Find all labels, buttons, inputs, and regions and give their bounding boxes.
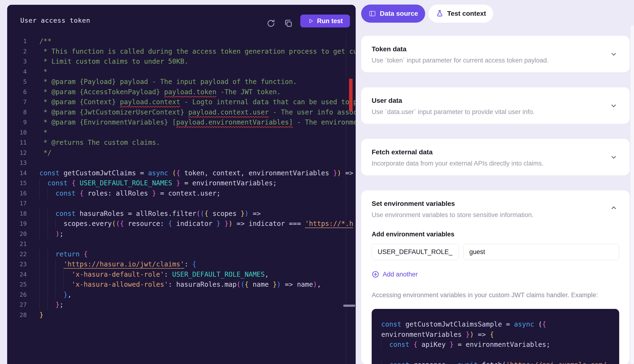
tab-label: Data source	[380, 10, 418, 18]
card-token-data[interactable]: Token data Use `token` input parameter f…	[361, 36, 630, 72]
indent-guide	[48, 188, 48, 199]
refresh-icon[interactable]	[266, 18, 276, 28]
copy-icon[interactable]	[284, 18, 293, 28]
indent-guide	[39, 188, 40, 199]
indent-guide	[48, 290, 48, 300]
editor-header: User access token Run test	[7, 5, 356, 36]
line-number: 10	[12, 128, 27, 138]
code-line: 9 * @param {EnvironmentVariables} [paylo…	[7, 117, 356, 128]
chevron-up-icon[interactable]	[610, 204, 617, 211]
plus-circle-icon	[372, 270, 379, 278]
editor-scrollbar-track[interactable]	[346, 34, 346, 364]
card-description: Use `data.user` input parameter to provi…	[372, 108, 619, 116]
code-line: const getCustomJwtClaimsSample = async (…	[381, 320, 610, 330]
indent-guide	[39, 178, 40, 188]
panel-tabs: Data source Test context	[361, 4, 493, 23]
code-line: 4 *	[7, 67, 356, 77]
line-number: 27	[12, 300, 27, 310]
code-line: 3 * Limit custom claims to under 50KB.	[7, 56, 356, 67]
indent-guide	[48, 249, 48, 260]
code-line: 14const getCustomJwtClaims = async ({ to…	[7, 168, 356, 178]
code-line: 6 * @param {AccessTokenPayload} payload.…	[7, 87, 356, 97]
code-line: 1/**	[7, 36, 356, 46]
line-number: 9	[12, 117, 27, 128]
code-line: 12 */	[7, 148, 356, 158]
indent-guide	[48, 270, 48, 280]
code-line: 24 'x-hasura-default-role': USER_DEFAULT…	[7, 270, 356, 280]
line-number: 5	[12, 77, 27, 87]
line-number: 1	[12, 36, 27, 46]
panel-left-icon	[368, 10, 376, 18]
code-line: 18 const hasuraRoles = allRoles.filter((…	[7, 209, 356, 219]
code-editor[interactable]: 1/**2 * This function is called during t…	[7, 36, 356, 364]
indent-guide	[55, 270, 56, 280]
env-variable-row	[372, 244, 619, 260]
indent-guide	[48, 229, 48, 239]
code-line: 28}	[7, 310, 356, 320]
code-line: 16 const { roles: allRoles } = context.u…	[7, 188, 356, 199]
tab-data-source[interactable]: Data source	[361, 4, 425, 23]
indent-guide	[55, 280, 56, 290]
line-number: 22	[12, 249, 27, 260]
line-number: 25	[12, 280, 27, 290]
card-user-data[interactable]: User data Use `data.user` input paramete…	[361, 87, 630, 124]
indent-guide	[64, 280, 64, 290]
chevron-down-icon[interactable]	[610, 102, 617, 109]
code-line: 8 * @param {JwtCustomizerUserContext} pa…	[7, 107, 356, 118]
line-number: 8	[12, 107, 27, 118]
chevron-down-icon[interactable]	[610, 50, 617, 58]
line-number: 28	[12, 310, 27, 320]
env-example-caption: Accessing environment variables in your …	[372, 292, 619, 299]
line-number: 12	[12, 148, 27, 158]
code-line: 13	[7, 158, 356, 168]
line-number: 21	[12, 239, 27, 249]
line-number: 2	[12, 46, 27, 57]
line-number: 7	[12, 97, 27, 107]
editor-title: User access token	[20, 17, 90, 24]
indent-guide	[48, 280, 48, 290]
indent-guide	[39, 259, 40, 270]
code-line: 7 * @param {Context} payload.context - L…	[7, 97, 356, 107]
indent-guide	[48, 209, 48, 219]
code-line: 11 * @returns The custom claims.	[7, 138, 356, 148]
line-number: 26	[12, 290, 27, 300]
card-title: User data	[372, 97, 619, 104]
indent-guide	[48, 219, 48, 229]
code-line: environmentVariables }) => {	[381, 330, 610, 340]
indent-guide	[39, 300, 40, 310]
env-key-input[interactable]	[372, 244, 459, 260]
code-line: 26 },	[7, 290, 356, 300]
code-line: 22 return {	[7, 249, 356, 260]
indent-guide	[39, 290, 40, 300]
code-line: 17	[7, 198, 356, 209]
indent-guide	[39, 249, 40, 260]
line-number: 13	[12, 158, 27, 168]
code-line: const { apiKey } = environmentVariables;	[381, 340, 610, 350]
panel-scrollbar[interactable]	[631, 25, 634, 364]
tab-test-context[interactable]: Test context	[428, 4, 493, 23]
indent-guide	[55, 219, 56, 229]
indent-guide	[381, 360, 381, 364]
line-number: 18	[12, 209, 27, 219]
horizontal-scrollbar-thumb[interactable]	[343, 304, 355, 307]
card-title: Fetch external data	[372, 148, 619, 156]
card-description: Incorporate data from your external APIs…	[372, 160, 619, 167]
line-number: 23	[12, 259, 27, 270]
indent-guide	[48, 300, 48, 310]
code-line: 5 * @param {Payload} payload - The input…	[7, 77, 356, 87]
indent-guide	[39, 270, 40, 280]
code-line: const response = await fetch('https://ap…	[381, 360, 610, 364]
line-number: 15	[12, 178, 27, 188]
env-value-input[interactable]	[463, 244, 619, 260]
add-another-button[interactable]: Add another	[372, 270, 418, 278]
indent-guide	[64, 270, 64, 280]
line-number: 17	[12, 198, 27, 209]
line-number: 14	[12, 168, 27, 178]
card-fetch-external-data[interactable]: Fetch external data Incorporate data fro…	[361, 139, 630, 175]
chevron-down-icon[interactable]	[610, 154, 617, 161]
code-line: 27 };	[7, 300, 356, 310]
code-line: 20 );	[7, 229, 356, 239]
line-number: 11	[12, 138, 27, 148]
card-description: Use environment variables to store sensi…	[372, 211, 619, 219]
run-test-button[interactable]: Run test	[300, 14, 350, 28]
